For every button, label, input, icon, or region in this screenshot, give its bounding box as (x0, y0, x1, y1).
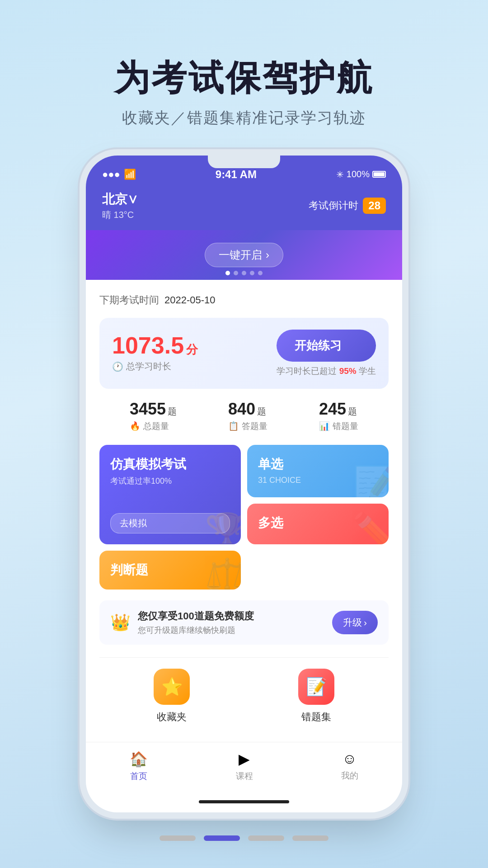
exam-countdown: 考试倒计时 28 (309, 198, 386, 214)
countdown-badge: 28 (363, 198, 386, 214)
clock-icon: 🕐 (112, 361, 123, 372)
stats-row: 3455 题 🔥总题量 840 题 📋答题量 (99, 400, 389, 432)
home-icon: 🏠 (130, 750, 148, 768)
nav-profile-label: 我的 (341, 770, 358, 782)
banner-dots (225, 271, 263, 275)
score-left: 1073.5 分 🕐 总学习时长 (112, 334, 198, 373)
judgment-card[interactable]: 判断题 ⚖️ (99, 551, 241, 590)
exam-countdown-label: 考试倒计时 (309, 199, 358, 212)
score-value: 1073.5 (112, 332, 184, 359)
weather-label: 晴 13°C (102, 209, 138, 221)
chevron-icon: ∨ (127, 192, 138, 206)
banner-dot-2 (234, 271, 238, 275)
wifi-icon: 📶 (124, 169, 136, 180)
score-right: 开始练习 学习时长已超过 95% 学生 (277, 330, 376, 377)
simulation-watermark: 🏆 (205, 511, 241, 544)
nav-courses-label: 课程 (236, 770, 253, 782)
phone-mockup: ●●● 📶 9:41 AM ✳ 100% 北京∨ 晴 13°C 考试倒计时 (86, 156, 402, 812)
judgment-watermark: ⚖️ (205, 556, 241, 590)
nav-home[interactable]: 🏠 首页 (130, 750, 148, 782)
upgrade-text: 您仅享受100道题免费额度 您可升级题库继续畅快刷题 (138, 609, 325, 636)
upgrade-title: 您仅享受100道题免费额度 (138, 609, 325, 623)
stat-total: 3455 题 🔥总题量 (130, 400, 177, 432)
stat-answered-value: 840 题 (228, 400, 267, 419)
nav-home-label: 首页 (130, 770, 147, 782)
upgrade-subtitle: 您可升级题库继续畅快刷题 (138, 625, 325, 636)
simulation-card[interactable]: 仿真模拟考试 考试通过率100% 去模拟 🏆 (99, 445, 241, 544)
location-box[interactable]: 北京∨ 晴 13°C (102, 191, 138, 221)
next-exam-date: 2022-05-10 (164, 294, 216, 306)
home-indicator (199, 800, 289, 803)
hero-subtitle: 收藏夹／错题集精准记录学习轨迹 (0, 108, 488, 128)
banner[interactable]: 一键开启 › (86, 230, 402, 280)
score-sub: 学习时长已超过 95% 学生 (277, 365, 376, 377)
simulation-title: 仿真模拟考试 (110, 456, 230, 473)
start-practice-button[interactable]: 开始练习 (277, 330, 376, 362)
score-unit: 分 (186, 343, 198, 356)
page-dot-4[interactable] (292, 835, 328, 841)
banner-dot-1 (225, 271, 230, 275)
multiple-choice-card[interactable]: 多选 ✏️ (247, 504, 389, 544)
upgrade-button[interactable]: 升级 › (332, 611, 378, 634)
stat-answered: 840 题 📋答题量 (228, 400, 267, 432)
upgrade-arrow-icon: › (364, 617, 367, 628)
bluetooth-icon: ✳ (336, 169, 344, 180)
practice-grid: 仿真模拟考试 考试通过率100% 去模拟 🏆 单选 31 CHOICE 📝 多选… (99, 445, 389, 590)
next-exam-row: 下期考试时间 2022-05-10 (99, 293, 389, 307)
feature-wrong-set[interactable]: 📝 错题集 (298, 669, 334, 724)
app-header: 北京∨ 晴 13°C 考试倒计时 28 (86, 186, 402, 230)
hero-title: 为考试保驾护航 (0, 59, 488, 98)
score-display: 1073.5 分 (112, 334, 198, 358)
stat-wrong-label: 📊错题量 (319, 420, 358, 432)
favorites-label: 收藏夹 (157, 710, 187, 724)
stat-answered-label: 📋答题量 (228, 420, 267, 432)
wrong-set-icon: 📝 (298, 669, 334, 705)
score-percent: 95% (339, 366, 357, 376)
main-content: 下期考试时间 2022-05-10 1073.5 分 🕐 总学习时长 开始练习 (86, 280, 402, 742)
stat-wrong-value: 245 题 (319, 400, 358, 419)
nav-profile[interactable]: ☺ 我的 (341, 750, 358, 782)
page-indicators (0, 835, 488, 841)
signal-icon: ●●● (102, 169, 120, 180)
simulation-card-content: 仿真模拟考试 考试通过率100% (110, 456, 230, 486)
banner-button[interactable]: 一键开启 › (205, 243, 283, 267)
hero-section: 为考试保驾护航 收藏夹／错题集精准记录学习轨迹 (0, 0, 488, 156)
feature-row: ⭐ 收藏夹 📝 错题集 (99, 657, 389, 733)
status-right: ✳ 100% (336, 169, 386, 180)
single-watermark: 📝 (352, 464, 389, 497)
simulation-subtitle: 考试通过率100% (110, 476, 230, 486)
page-dot-2[interactable] (204, 835, 240, 841)
page-dot-3[interactable] (248, 835, 284, 841)
favorites-icon: ⭐ (154, 669, 190, 705)
banner-arrow-icon: › (266, 249, 269, 261)
courses-icon: ▶ (239, 750, 250, 768)
score-label: 🕐 总学习时长 (112, 360, 198, 373)
banner-btn-label: 一键开启 (219, 248, 262, 262)
banner-dot-5 (258, 271, 263, 275)
status-time: 9:41 AM (216, 168, 257, 181)
nav-courses[interactable]: ▶ 课程 (236, 750, 253, 782)
status-left: ●●● 📶 (102, 169, 136, 180)
bottom-nav: 🏠 首页 ▶ 课程 ☺ 我的 (86, 742, 402, 796)
feature-favorites[interactable]: ⭐ 收藏夹 (154, 669, 190, 724)
wrong-set-label: 错题集 (301, 710, 331, 724)
crown-icon: 👑 (110, 613, 131, 632)
phone-notch (208, 156, 280, 168)
profile-icon: ☺ (342, 750, 357, 767)
upgrade-banner: 👑 您仅享受100道题免费额度 您可升级题库继续畅快刷题 升级 › (99, 600, 389, 645)
score-card: 1073.5 分 🕐 总学习时长 开始练习 学习时长已超过 95% 学生 (99, 318, 389, 389)
battery-icon (372, 171, 386, 178)
page-dot-1[interactable] (160, 835, 196, 841)
home-indicator-bar (86, 796, 402, 812)
location-name: 北京∨ (102, 191, 138, 208)
next-exam-label: 下期考试时间 (99, 293, 159, 307)
stat-total-label: 🔥总题量 (130, 420, 177, 432)
battery-label: 100% (347, 169, 370, 179)
phone-wrapper: ●●● 📶 9:41 AM ✳ 100% 北京∨ 晴 13°C 考试倒计时 (0, 156, 488, 812)
banner-dot-3 (242, 271, 246, 275)
stat-total-value: 3455 题 (130, 400, 177, 419)
banner-dot-4 (250, 271, 254, 275)
single-choice-card[interactable]: 单选 31 CHOICE 📝 (247, 445, 389, 498)
multiple-watermark: ✏️ (352, 511, 389, 544)
stat-wrong: 245 题 📊错题量 (319, 400, 358, 432)
